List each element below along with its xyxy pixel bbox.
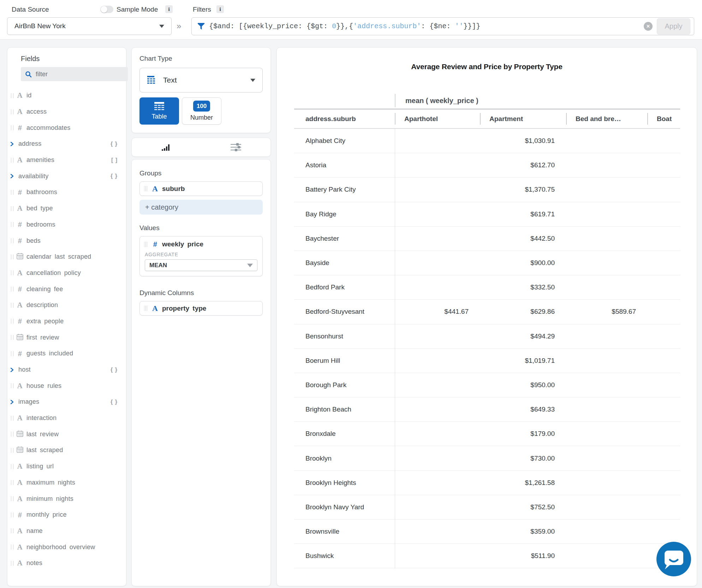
drag-handle-icon[interactable]	[144, 186, 147, 191]
expand-chevron-icon[interactable]	[10, 142, 17, 146]
drag-handle-icon[interactable]	[11, 561, 13, 566]
field-item-access[interactable]: Aaccess	[7, 104, 126, 120]
field-search-placeholder: filter	[36, 71, 48, 78]
string-type-icon: A	[16, 108, 24, 115]
drag-handle-icon[interactable]	[11, 125, 13, 130]
fields-title: Fields	[21, 55, 40, 63]
field-item-extra-people[interactable]: #extra people	[7, 313, 126, 330]
field-item-house-rules[interactable]: Ahouse rules	[7, 378, 126, 394]
number-chart-button[interactable]: 100 Number	[182, 97, 221, 125]
string-type-icon: A	[16, 495, 24, 503]
apply-button[interactable]: Apply	[657, 18, 690, 35]
drag-handle-icon[interactable]	[11, 190, 13, 195]
suburb-cell: Brownsville	[294, 520, 395, 544]
drag-handle-icon[interactable]	[11, 432, 13, 437]
drag-handle-icon[interactable]	[11, 335, 13, 340]
sample-mode-info-icon[interactable]: i	[165, 5, 173, 13]
field-item-bathrooms[interactable]: #bathrooms	[7, 184, 126, 200]
chat-launcher-button[interactable]	[656, 542, 691, 576]
drag-handle-icon[interactable]	[11, 222, 13, 227]
clear-filter-icon[interactable]: ✕	[644, 22, 653, 31]
drag-handle-icon[interactable]	[11, 158, 13, 163]
drag-handle-icon[interactable]	[11, 416, 13, 421]
drag-handle-icon[interactable]	[11, 480, 13, 485]
drag-handle-icon[interactable]	[11, 351, 13, 356]
drag-handle-icon[interactable]	[11, 206, 13, 211]
filter-query-input[interactable]: {$and: [{weekly_price: {$gt: 0}},{'addre…	[191, 17, 694, 35]
value-cell: $441.67	[395, 300, 480, 324]
field-item-guests-included[interactable]: #guests included	[7, 346, 126, 362]
field-item-address[interactable]: address{ }	[7, 136, 126, 152]
field-item-host[interactable]: host{ }	[7, 362, 126, 378]
field-item-bedrooms[interactable]: #bedrooms	[7, 217, 126, 233]
filter-query-text[interactable]: {$and: [{weekly_price: {$gt: 0}},{'addre…	[209, 22, 644, 30]
field-item-images[interactable]: images{ }	[7, 394, 126, 410]
sample-mode-toggle[interactable]	[100, 6, 113, 13]
expand-chevron-icon[interactable]	[10, 400, 17, 404]
field-item-accommodates[interactable]: #accommodates	[7, 120, 126, 136]
field-item-description[interactable]: Adescription	[7, 297, 126, 313]
string-type-icon: A	[16, 156, 24, 164]
dynamic-field-pill[interactable]: A property type	[139, 301, 263, 316]
group-field-pill[interactable]: A suburb	[139, 181, 263, 196]
drag-handle-icon[interactable]	[11, 464, 13, 469]
field-item-beds[interactable]: #beds	[7, 233, 126, 249]
value-cell	[647, 446, 680, 470]
field-item-calendar-last-scraped[interactable]: calendar last scraped	[7, 249, 126, 265]
field-item-last-review[interactable]: last review	[7, 426, 126, 442]
field-item-monthly-price[interactable]: #monthly price	[7, 507, 126, 523]
drag-handle-icon[interactable]	[11, 496, 13, 501]
field-item-listing-url[interactable]: Alisting url	[7, 458, 126, 475]
value-cell	[395, 495, 480, 519]
field-name: interaction	[26, 414, 56, 422]
encoding-tabs	[131, 138, 271, 157]
drag-handle-icon[interactable]	[11, 319, 13, 324]
drag-handle-icon[interactable]	[144, 242, 147, 247]
field-item-minimum-nights[interactable]: Aminimum nights	[7, 491, 126, 507]
add-category-button[interactable]: + category	[139, 200, 263, 215]
drag-handle-icon[interactable]	[11, 448, 13, 453]
field-item-first-review[interactable]: first review	[7, 329, 126, 346]
field-item-name[interactable]: Aname	[7, 523, 126, 539]
collapse-panel-icon[interactable]: »	[177, 21, 181, 31]
field-type-badge: { }	[111, 141, 118, 147]
tab-fields-encoding[interactable]	[132, 143, 201, 151]
drag-handle-icon[interactable]	[11, 512, 13, 517]
toggle-knob	[101, 6, 107, 13]
drag-handle-icon[interactable]	[11, 383, 13, 388]
drag-handle-icon[interactable]	[11, 254, 13, 259]
value-field-pill[interactable]: # weekly price AGGREGATE MEAN	[139, 236, 263, 276]
value-cell	[395, 373, 480, 397]
field-item-amenities[interactable]: Aamenities[ ]	[7, 152, 126, 168]
aggregate-select[interactable]: MEAN	[145, 259, 257, 271]
field-item-maximum-nights[interactable]: Amaximum nights	[7, 475, 126, 491]
chart-type-select[interactable]: Text	[139, 68, 263, 92]
drag-handle-icon[interactable]	[144, 306, 147, 311]
drag-handle-icon[interactable]	[11, 93, 13, 98]
value-cell	[647, 251, 680, 275]
calendar-icon	[16, 446, 24, 454]
field-item-bed-type[interactable]: Abed type	[7, 200, 126, 217]
table-chart-button[interactable]: Table	[139, 97, 179, 125]
field-item-cancellation-policy[interactable]: Acancellation policy	[7, 265, 126, 281]
field-item-cleaning-fee[interactable]: #cleaning fee	[7, 281, 126, 297]
filters-info-icon[interactable]: i	[216, 5, 224, 13]
expand-chevron-icon[interactable]	[10, 367, 17, 372]
drag-handle-icon[interactable]	[11, 238, 13, 243]
field-item-neighborhood-overview[interactable]: Aneighborhood overview	[7, 539, 126, 555]
drag-handle-icon[interactable]	[11, 528, 13, 533]
field-item-availability[interactable]: availability{ }	[7, 168, 126, 184]
field-item-id[interactable]: Aid	[7, 88, 126, 104]
data-source-select[interactable]: AirBnB New York	[7, 17, 172, 35]
expand-chevron-icon[interactable]	[10, 174, 17, 179]
tab-customize[interactable]	[201, 143, 271, 151]
field-item-last-scraped[interactable]: last scraped	[7, 442, 126, 458]
drag-handle-icon[interactable]	[11, 270, 13, 275]
drag-handle-icon[interactable]	[11, 287, 13, 292]
field-item-interaction[interactable]: Ainteraction	[7, 410, 126, 426]
drag-handle-icon[interactable]	[11, 545, 13, 550]
field-item-notes[interactable]: Anotes	[7, 555, 126, 571]
drag-handle-icon[interactable]	[11, 303, 13, 308]
field-search-input[interactable]: filter	[21, 67, 128, 81]
drag-handle-icon[interactable]	[11, 109, 13, 114]
